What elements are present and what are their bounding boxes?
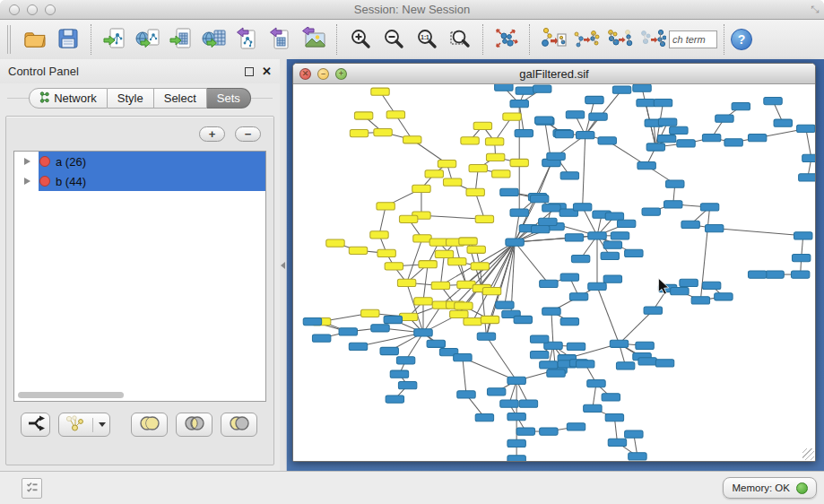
graph-node-yellow[interactable]	[461, 137, 479, 144]
graph-node-blue[interactable]	[312, 335, 330, 342]
graph-node-blue[interactable]	[677, 140, 695, 147]
graph-node-blue[interactable]	[540, 361, 558, 369]
graph-node-yellow[interactable]	[399, 215, 417, 222]
graph-node-blue[interactable]	[414, 329, 432, 336]
graph-node-blue[interactable]	[629, 453, 646, 460]
graph-node-blue[interactable]	[637, 99, 655, 106]
graph-node-blue[interactable]	[514, 316, 532, 323]
graph-node-blue[interactable]	[506, 239, 524, 246]
graph-node-yellow[interactable]	[354, 112, 372, 119]
graph-node-yellow[interactable]	[370, 231, 388, 239]
graph-node-blue[interactable]	[531, 226, 549, 233]
graph-node-blue[interactable]	[496, 301, 514, 308]
graph-node-blue[interactable]	[799, 174, 815, 181]
graph-node-blue[interactable]	[390, 370, 408, 378]
set-row-a[interactable]: a (26)	[14, 152, 265, 171]
graph-node-blue[interactable]	[495, 84, 513, 91]
panel-splitter[interactable]	[280, 59, 287, 471]
graph-node-yellow[interactable]	[481, 316, 499, 323]
set-difference-button[interactable]	[221, 413, 257, 437]
zoom-in-button[interactable]	[343, 22, 377, 56]
graph-node-blue[interactable]	[646, 143, 664, 151]
graph-node-blue[interactable]	[507, 377, 525, 384]
graph-node-blue[interactable]	[691, 297, 709, 304]
graph-node-blue[interactable]	[547, 369, 565, 377]
graph-node-yellow[interactable]	[374, 128, 392, 135]
graph-node-yellow[interactable]	[471, 263, 489, 270]
graph-node-yellow[interactable]	[361, 309, 379, 317]
network-graph[interactable]	[293, 84, 815, 461]
graph-node-yellow[interactable]	[438, 160, 455, 167]
graph-node-blue[interactable]	[603, 241, 621, 248]
graph-node-blue[interactable]	[560, 172, 578, 179]
graph-node-blue[interactable]	[636, 342, 654, 349]
graph-node-blue[interactable]	[577, 132, 594, 139]
graph-node-blue[interactable]	[427, 340, 445, 347]
search-input[interactable]	[669, 30, 717, 48]
graph-node-blue[interactable]	[603, 275, 621, 282]
expand-caret-icon[interactable]	[24, 158, 30, 165]
graph-node-blue[interactable]	[515, 129, 533, 136]
graph-node-blue[interactable]	[371, 325, 389, 332]
graph-node-blue[interactable]	[724, 139, 742, 146]
graph-node-yellow[interactable]	[450, 310, 468, 317]
graph-node-blue[interactable]	[766, 271, 784, 278]
graph-node-blue[interactable]	[380, 347, 398, 354]
graph-node-blue[interactable]	[601, 252, 619, 259]
graph-node-blue[interactable]	[617, 220, 635, 227]
graph-node-yellow[interactable]	[431, 282, 449, 289]
tab-select[interactable]: Select	[154, 88, 207, 109]
graph-node-blue[interactable]	[475, 414, 493, 421]
import-network-web-button[interactable]	[131, 22, 164, 56]
graph-node-blue[interactable]	[654, 99, 672, 106]
graph-node-yellow[interactable]	[412, 185, 430, 192]
graph-node-blue[interactable]	[542, 308, 560, 315]
graph-node-blue[interactable]	[454, 354, 472, 361]
graph-node-blue[interactable]	[567, 423, 585, 430]
window-resize-grip[interactable]	[802, 448, 814, 460]
float-panel-button[interactable]	[245, 67, 254, 76]
graph-node-blue[interactable]	[303, 317, 321, 325]
save-session-button[interactable]	[51, 22, 84, 56]
graph-node-blue[interactable]	[560, 317, 578, 325]
set-row-b[interactable]: b (44)	[14, 171, 265, 191]
network-window-titlebar[interactable]: ✕ – + galFiltered.sif	[293, 64, 815, 84]
graph-node-yellow[interactable]	[414, 298, 432, 305]
graph-node-blue[interactable]	[510, 100, 528, 108]
graph-node-blue[interactable]	[565, 234, 583, 241]
network-canvas[interactable]	[293, 84, 815, 461]
graph-node-yellow[interactable]	[475, 215, 493, 222]
graph-node-blue[interactable]	[547, 152, 565, 160]
graph-node-blue[interactable]	[535, 117, 553, 124]
tab-network[interactable]: Network	[29, 88, 108, 109]
graph-node-blue[interactable]	[611, 232, 629, 239]
first-neighbors-button[interactable]	[569, 22, 603, 56]
graph-node-blue[interactable]	[530, 196, 548, 203]
graph-node-yellow[interactable]	[464, 317, 481, 325]
graph-node-blue[interactable]	[802, 154, 815, 161]
graph-node-blue[interactable]	[507, 413, 525, 420]
graph-node-yellow[interactable]	[455, 302, 473, 309]
graph-node-yellow[interactable]	[459, 238, 477, 245]
graph-node-blue[interactable]	[510, 209, 528, 216]
export-network-button[interactable]	[230, 22, 264, 56]
memory-status-button[interactable]: Memory: OK	[723, 477, 817, 499]
graph-node-blue[interactable]	[584, 404, 602, 412]
graph-node-blue[interactable]	[644, 307, 662, 314]
tab-sets[interactable]: Sets	[207, 88, 251, 109]
graph-node-blue[interactable]	[507, 439, 525, 447]
graph-node-blue[interactable]	[516, 87, 533, 94]
graph-node-blue[interactable]	[540, 280, 558, 287]
apply-layout-button[interactable]	[490, 22, 523, 56]
graph-node-blue[interactable]	[638, 358, 656, 365]
graph-node-blue[interactable]	[774, 119, 792, 126]
graph-node-blue[interactable]	[396, 357, 414, 364]
add-set-button[interactable]: +	[199, 126, 225, 142]
export-table-button[interactable]	[264, 22, 297, 56]
toolbar-grip[interactable]	[7, 25, 11, 54]
show-all-button[interactable]	[636, 22, 669, 56]
graph-node-blue[interactable]	[642, 208, 660, 215]
graph-node-blue[interactable]	[500, 400, 518, 407]
hide-selected-button[interactable]	[603, 22, 636, 56]
graph-node-blue[interactable]	[477, 333, 495, 340]
